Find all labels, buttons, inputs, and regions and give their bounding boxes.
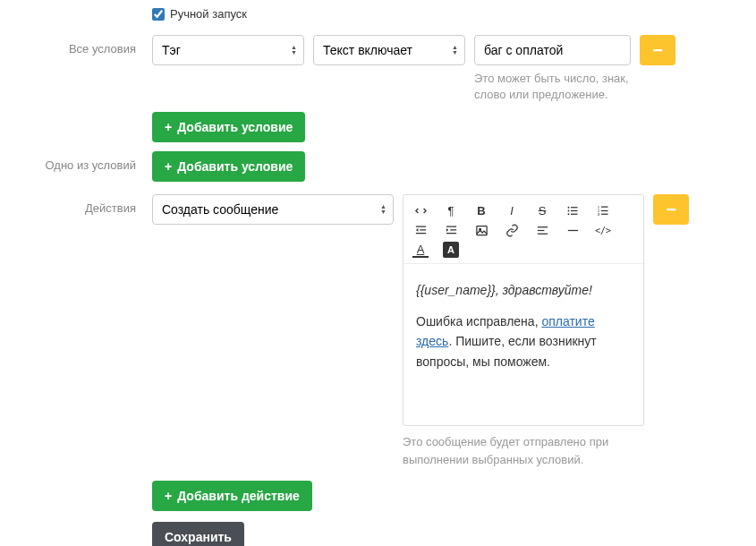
svg-point-0: [567, 207, 569, 209]
svg-rect-18: [446, 233, 455, 234]
code-view-icon[interactable]: [412, 202, 429, 218]
svg-text:3: 3: [597, 211, 599, 216]
plus-icon: +: [165, 159, 172, 174]
strikethrough-icon[interactable]: S: [534, 202, 550, 218]
condition-field-select[interactable]: Тэг: [152, 35, 304, 65]
editor-toolbar: ¶ B I S 123 </> A A: [403, 195, 643, 264]
svg-rect-3: [571, 210, 578, 211]
all-conditions-label: Все условия: [18, 35, 152, 55]
indent-icon[interactable]: [443, 222, 459, 238]
any-conditions-label: Одно из условий: [18, 151, 152, 172]
add-all-condition-button[interactable]: + Добавить условие: [152, 112, 305, 142]
svg-rect-14: [415, 233, 425, 234]
outdent-icon[interactable]: [412, 222, 429, 238]
editor-greeting: {{user_name}}, здравствуйте!: [416, 280, 631, 300]
hr-icon[interactable]: [565, 222, 581, 238]
condition-value-input[interactable]: [474, 35, 631, 65]
message-editor: ¶ B I S 123 </> A A: [403, 194, 644, 426]
manual-launch-checkbox[interactable]: [152, 8, 165, 21]
editor-hint: Это сообщение будет отправлено при выпол…: [403, 433, 644, 468]
save-button[interactable]: Сохранить: [152, 522, 244, 546]
svg-rect-24: [537, 234, 547, 235]
svg-rect-11: [601, 214, 608, 215]
svg-rect-9: [601, 210, 608, 211]
html-icon[interactable]: </>: [595, 222, 611, 238]
image-icon[interactable]: [473, 222, 489, 238]
add-any-condition-button[interactable]: + Добавить условие: [152, 151, 305, 182]
italic-icon[interactable]: I: [504, 202, 520, 218]
svg-marker-15: [415, 228, 418, 232]
plus-icon: +: [165, 120, 172, 134]
svg-rect-17: [450, 229, 456, 230]
svg-marker-19: [446, 228, 448, 232]
svg-rect-23: [537, 230, 544, 231]
svg-rect-7: [601, 206, 608, 207]
svg-rect-12: [415, 226, 425, 226]
svg-point-2: [567, 209, 569, 211]
plus-icon: +: [165, 489, 172, 503]
svg-rect-13: [420, 229, 426, 230]
condition-operator-select[interactable]: Текст включает: [313, 35, 465, 65]
action-type-select[interactable]: Создать сообщение: [152, 194, 394, 225]
svg-rect-1: [571, 207, 578, 208]
bold-icon[interactable]: B: [473, 202, 489, 218]
svg-rect-20: [476, 226, 486, 235]
editor-content[interactable]: {{user_name}}, здравствуйте! Ошибка испр…: [403, 264, 643, 425]
svg-rect-22: [537, 226, 547, 227]
link-icon[interactable]: [504, 222, 520, 238]
paragraph-icon[interactable]: ¶: [443, 202, 459, 218]
actions-label: Действия: [18, 194, 152, 215]
svg-rect-25: [567, 230, 577, 231]
manual-launch-label: Ручной запуск: [170, 7, 247, 21]
editor-paragraph: Ошибка исправлена, оплатите здесь. Пишит…: [416, 311, 631, 371]
svg-rect-16: [446, 226, 455, 226]
svg-point-4: [567, 213, 569, 215]
add-action-button[interactable]: + Добавить действие: [152, 481, 312, 511]
ordered-list-icon[interactable]: 123: [595, 202, 611, 218]
svg-rect-5: [571, 214, 578, 215]
remove-condition-button[interactable]: −: [640, 35, 675, 65]
condition-value-hint: Это может быть число, знак, слово или пр…: [474, 71, 631, 103]
background-color-icon[interactable]: A: [443, 242, 459, 258]
align-icon[interactable]: [534, 222, 550, 238]
font-color-icon[interactable]: A: [412, 242, 429, 258]
unordered-list-icon[interactable]: [565, 202, 581, 218]
remove-action-button[interactable]: −: [653, 194, 689, 225]
